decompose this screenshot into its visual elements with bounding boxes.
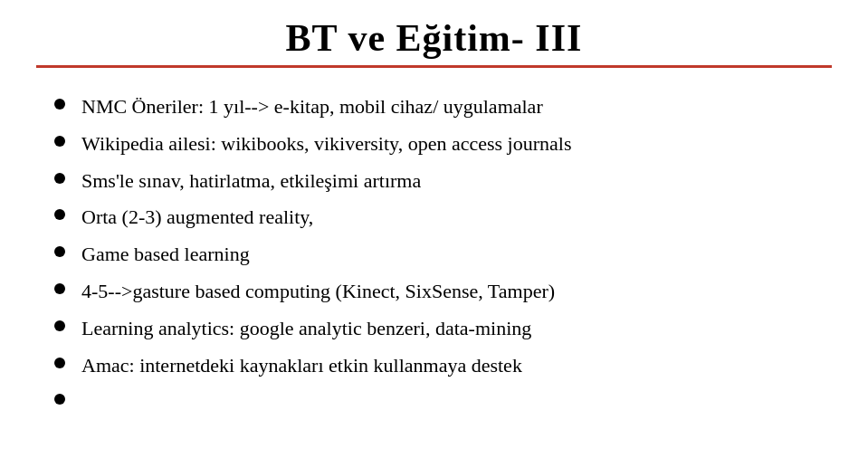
- bullet-dot-7: [54, 320, 65, 331]
- bullet-text-5: Game based learning: [81, 241, 832, 269]
- title-section: BT ve Eğitim- III: [36, 0, 832, 77]
- bullet-dot-9: [54, 394, 65, 405]
- bullet-item-4: Orta (2-3) augmented reality,: [54, 204, 832, 232]
- bullet-item-2: Wikipedia ailesi: wikibooks, vikiversity…: [54, 130, 832, 158]
- bullet-item-5: Game based learning: [54, 241, 832, 269]
- bullet-item-7: Learning analytics: google analytic benz…: [54, 315, 832, 343]
- content-section: NMC Öneriler: 1 yıl--> e-kitap, mobil ci…: [36, 93, 832, 405]
- bullet-text-6: 4-5-->gasture based computing (Kinect, S…: [81, 278, 832, 306]
- bullet-text-4: Orta (2-3) augmented reality,: [81, 204, 832, 232]
- bullet-item-9: [54, 388, 832, 405]
- title-underline: [36, 65, 832, 68]
- bullet-dot-8: [54, 358, 65, 368]
- bullet-text-7: Learning analytics: google analytic benz…: [81, 315, 832, 343]
- bullet-dot-6: [54, 283, 65, 294]
- bullet-item-1: NMC Öneriler: 1 yıl--> e-kitap, mobil ci…: [54, 93, 832, 121]
- bullet-item-6: 4-5-->gasture based computing (Kinect, S…: [54, 278, 832, 306]
- bullet-item-3: Sms'le sınav, hatirlatma, etkileşimi art…: [54, 167, 832, 196]
- bullet-dot-4: [54, 209, 65, 220]
- bullet-dot-3: [54, 173, 65, 184]
- slide-title: BT ve Eğitim- III: [36, 16, 832, 60]
- slide-container: BT ve Eğitim- III NMC Öneriler: 1 yıl-->…: [0, 0, 868, 458]
- bullet-dot-2: [54, 136, 65, 147]
- bullet-dot-5: [54, 246, 65, 257]
- bullet-item-8: Amac: internetdeki kaynakları etkin kull…: [54, 352, 832, 380]
- bullet-text-3: Sms'le sınav, hatirlatma, etkileşimi art…: [81, 167, 832, 196]
- bullet-text-1: NMC Öneriler: 1 yıl--> e-kitap, mobil ci…: [81, 93, 832, 121]
- bullet-text-8: Amac: internetdeki kaynakları etkin kull…: [81, 352, 832, 380]
- bullet-text-2: Wikipedia ailesi: wikibooks, vikiversity…: [81, 130, 832, 158]
- bullet-dot-1: [54, 99, 65, 110]
